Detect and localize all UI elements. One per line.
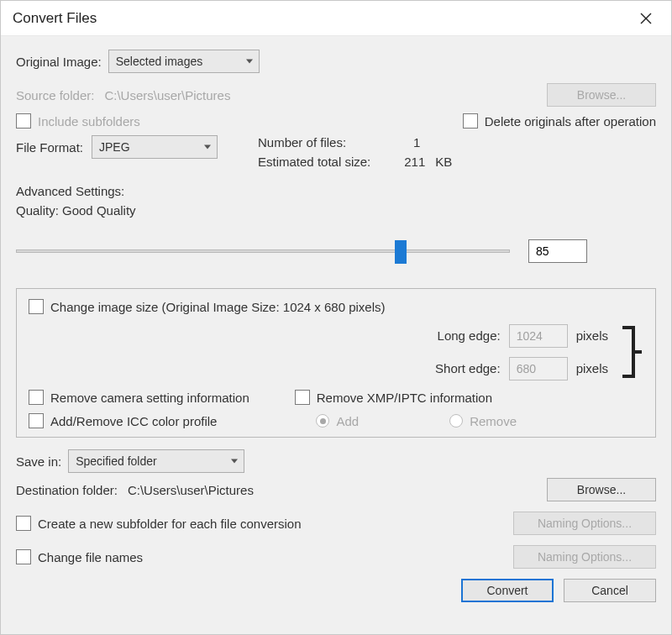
num-files-label: Number of files: xyxy=(258,135,370,150)
size-grid: Long edge: pixels Short edge: pixels xyxy=(146,323,643,381)
icc-row: Add/Remove ICC color profile Add Remove xyxy=(29,413,643,428)
dialog-title: Convert Files xyxy=(13,10,629,27)
cancel-button[interactable]: Cancel xyxy=(564,579,656,602)
change-size-label: Change image size (Original Image Size: … xyxy=(50,300,386,314)
file-format-label: File Format: xyxy=(16,140,83,155)
source-folder-row: Source folder: C:\Users\user\Pictures Br… xyxy=(16,83,656,107)
close-icon xyxy=(640,13,652,24)
est-size-value: 211 xyxy=(404,155,425,169)
create-subfolder-checkbox[interactable] xyxy=(16,516,31,531)
quality-slider[interactable] xyxy=(16,249,510,253)
quality-label: Quality: Good Quality xyxy=(16,203,656,218)
quality-value-input[interactable] xyxy=(528,239,587,263)
dialog-body: Original Image: Selected images Source f… xyxy=(1,36,671,634)
delete-originals-label: Delete originals after operation xyxy=(485,114,656,129)
remove-info-row: Remove camera setting information Remove… xyxy=(29,390,643,405)
save-in-label: Save in: xyxy=(16,454,61,469)
create-subfolder-label: Create a new subfolder for each file con… xyxy=(38,517,302,531)
change-size-row: Change image size (Original Image Size: … xyxy=(29,299,643,314)
short-edge-unit: pixels xyxy=(576,361,608,375)
est-size-label: Estimated total size: xyxy=(258,155,370,169)
long-edge-input[interactable] xyxy=(509,324,568,348)
naming-options-subfolder-button: Naming Options... xyxy=(513,512,656,535)
delete-originals-checkbox[interactable] xyxy=(463,113,478,129)
original-image-row: Original Image: Selected images xyxy=(16,50,656,73)
save-in-dropdown[interactable]: Specified folder xyxy=(68,449,244,473)
settings-group: Change image size (Original Image Size: … xyxy=(16,288,656,438)
icc-label: Add/Remove ICC color profile xyxy=(50,414,217,428)
remove-xmp-label: Remove XMP/IPTC information xyxy=(317,391,492,405)
footer-buttons: Convert Cancel xyxy=(16,579,656,602)
browse-dest-button[interactable]: Browse... xyxy=(547,478,656,501)
change-filenames-checkbox[interactable] xyxy=(16,549,31,564)
icc-add-label: Add xyxy=(336,414,359,428)
advanced-heading: Advanced Settings: xyxy=(16,184,656,198)
short-edge-label: Short edge: xyxy=(146,361,501,375)
create-subfolder-row: Create a new subfolder for each file con… xyxy=(16,512,656,535)
include-subfolders-label: Include subfolders xyxy=(38,114,140,129)
original-image-label: Original Image: xyxy=(16,55,102,69)
num-files-value: 1 xyxy=(404,135,452,150)
icc-remove-radio xyxy=(449,414,463,428)
quality-slider-row xyxy=(16,239,656,263)
save-in-row: Save in: Specified folder xyxy=(16,449,656,473)
est-size-unit: KB xyxy=(435,155,452,169)
long-edge-unit: pixels xyxy=(576,328,608,343)
naming-options-files-button: Naming Options... xyxy=(513,545,656,569)
browse-source-button: Browse... xyxy=(547,83,656,107)
short-edge-input[interactable] xyxy=(509,357,568,380)
close-button[interactable] xyxy=(629,3,663,34)
stats-grid: Number of files: 1 Estimated total size:… xyxy=(258,135,452,169)
convert-files-dialog: Convert Files Original Image: Selected i… xyxy=(0,0,672,635)
icc-remove-label: Remove xyxy=(470,414,517,428)
original-image-dropdown[interactable]: Selected images xyxy=(108,50,260,73)
dest-folder-label: Destination folder: xyxy=(16,483,118,497)
change-size-checkbox[interactable] xyxy=(29,299,44,314)
remove-xmp-checkbox[interactable] xyxy=(295,390,310,405)
change-filenames-row: Change file names Naming Options... xyxy=(16,545,656,569)
subfolders-row: Include subfolders Delete originals afte… xyxy=(16,113,656,129)
source-folder-path: C:\Users\user\Pictures xyxy=(104,88,230,102)
file-format-row: File Format: JPEG Number of files: 1 Est… xyxy=(16,135,656,169)
convert-button[interactable]: Convert xyxy=(461,579,554,602)
link-bracket-icon xyxy=(622,323,643,381)
change-filenames-label: Change file names xyxy=(38,550,143,564)
source-folder-label: Source folder: xyxy=(16,88,94,102)
remove-camera-checkbox[interactable] xyxy=(29,390,44,405)
icc-checkbox[interactable] xyxy=(29,413,44,428)
file-format-dropdown[interactable]: JPEG xyxy=(92,135,218,159)
include-subfolders-checkbox[interactable] xyxy=(16,113,31,129)
icc-add-radio xyxy=(316,414,329,428)
long-edge-label: Long edge: xyxy=(146,328,501,343)
dest-folder-path: C:\Users\user\Pictures xyxy=(128,483,254,497)
titlebar: Convert Files xyxy=(1,1,671,36)
dest-folder-row: Destination folder: C:\Users\user\Pictur… xyxy=(16,478,656,501)
slider-thumb[interactable] xyxy=(395,240,407,264)
remove-camera-label: Remove camera setting information xyxy=(50,391,249,405)
